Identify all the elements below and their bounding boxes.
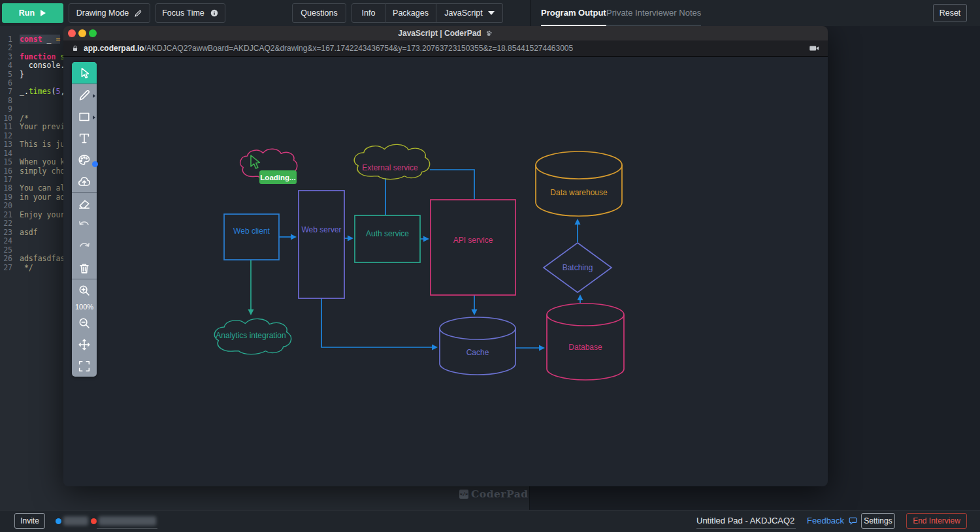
web-client-node[interactable] (224, 214, 279, 260)
language-select[interactable]: JavaScript (436, 3, 503, 23)
code-text: You can al (20, 183, 65, 193)
zoom-out-tool[interactable] (72, 312, 97, 334)
focus-time-button[interactable]: Focus Time (155, 3, 225, 23)
arrowhead-batching-to-data-warehouse (575, 219, 581, 225)
line-number: 27 (0, 263, 12, 272)
arrowhead-web-server-to-cache (432, 345, 438, 351)
select-tool[interactable] (72, 62, 97, 84)
edge-external-service-to-api-service[interactable] (430, 170, 474, 199)
focus-time-label: Focus Time (162, 8, 204, 18)
line-number: 11 (0, 122, 12, 131)
questions-label: Questions (301, 8, 337, 18)
flyout-caret-icon (93, 116, 95, 119)
window-titlebar[interactable]: JavaScript | CoderPad (63, 26, 828, 40)
cache-label: Cache (466, 348, 489, 357)
code-text: /* (20, 114, 29, 123)
presence-dot-red (91, 518, 97, 524)
url-text: app.coderpad.io/AKDJCAQ2?awwBoard=AKDJCA… (84, 44, 804, 53)
redo-tool[interactable] (72, 236, 97, 257)
pan-icon (77, 337, 91, 352)
browser-url-bar[interactable]: app.coderpad.io/AKDJCAQ2?awwBoard=AKDJCA… (63, 40, 828, 57)
pencil-icon (134, 9, 142, 18)
arrowhead-database-to-batching (578, 294, 583, 300)
eraser-tool[interactable] (72, 193, 97, 214)
color-palette-tool[interactable] (72, 149, 97, 170)
window-close-button[interactable] (68, 29, 76, 37)
line-number: 25 (0, 245, 12, 255)
menu-group: Info Packages JavaScript (351, 3, 503, 23)
api-service-label: API service (453, 236, 493, 245)
window-minimize-button[interactable] (78, 29, 86, 37)
whiteboard-browser-window: JavaScript | CoderPad app.coderpad.io/AK… (63, 26, 828, 486)
drawing-mode-button[interactable]: Drawing Mode (69, 3, 150, 23)
undo-tool[interactable] (72, 214, 97, 236)
color-badge (92, 161, 98, 167)
packages-button[interactable]: Packages (385, 3, 436, 23)
line-number: 26 (0, 254, 12, 263)
fit-icon (77, 359, 91, 373)
tab-interviewer-notes[interactable]: Private Interviewer Notes (606, 0, 701, 26)
web-client-label: Web client (233, 227, 270, 236)
info-icon (210, 8, 219, 18)
info-button[interactable]: Info (351, 3, 385, 23)
pencil-tool[interactable] (72, 84, 97, 106)
pad-title-underline (696, 528, 796, 529)
architecture-diagram[interactable]: External serviceWeb clientWeb serverAuth… (63, 57, 828, 486)
database-node[interactable] (547, 304, 624, 326)
camera-icon[interactable] (809, 44, 820, 53)
web-server-node[interactable] (299, 191, 344, 298)
palette-icon (77, 153, 91, 167)
external-service-node[interactable] (354, 144, 429, 179)
redo-icon (77, 240, 91, 254)
invite-button[interactable]: Invite (14, 513, 45, 529)
questions-button[interactable]: Questions (292, 3, 346, 23)
line-number: 14 (0, 149, 12, 158)
line-number: 8 (0, 96, 12, 105)
select-icon (77, 66, 91, 80)
cache-node[interactable] (440, 317, 515, 339)
coderpad-logo-text: CoderPad (471, 488, 529, 500)
code-text: simply cho (20, 166, 65, 176)
packages-label: Packages (393, 8, 429, 18)
zoom-in-icon (77, 283, 91, 298)
upload-tool[interactable] (72, 170, 97, 192)
edge-web-server-to-cache[interactable] (321, 298, 434, 347)
external-service-label: External service (362, 163, 418, 172)
fit-screen-tool[interactable] (72, 355, 97, 377)
run-button[interactable]: Run (2, 3, 63, 23)
settings-button[interactable]: Settings (861, 513, 895, 529)
whiteboard-canvas[interactable]: 100% External serviceWeb clientWeb serve… (63, 57, 828, 486)
url-host: app.coderpad.io (84, 44, 144, 53)
tab-program-output[interactable]: Program Output (541, 0, 606, 26)
code-text: This is ju (20, 140, 65, 149)
delete-tool[interactable] (72, 257, 97, 279)
zoom-in-tool[interactable] (72, 279, 97, 301)
line-number: 15 (0, 157, 12, 166)
url-path: /AKDJCAQ2?awwBoard=AKDJCAQ2&drawing&x=16… (144, 44, 574, 53)
line-number: 5 (0, 70, 12, 79)
auth-service-node[interactable] (355, 215, 420, 262)
arrowhead-web-client-to-web-server (291, 234, 297, 240)
info-label: Info (362, 8, 376, 18)
reset-button[interactable]: Reset (933, 4, 967, 22)
chat-bubble-icon (848, 516, 858, 525)
arrowhead-web-server-to-auth-service (348, 236, 353, 242)
pan-tool[interactable] (72, 334, 97, 355)
paw-favicon-icon (485, 29, 493, 38)
window-maximize-button[interactable] (89, 29, 97, 37)
play-icon (40, 9, 46, 17)
arrowhead-web-client-to-analytics (248, 309, 254, 315)
pad-title[interactable]: Untitled Pad - AKDJCAQ2 (696, 516, 794, 525)
end-interview-button[interactable]: End Interview (906, 513, 967, 529)
remote-cursor-icon (251, 155, 259, 168)
code-text: in your ad (20, 193, 65, 202)
line-number: 10 (0, 114, 12, 123)
text-tool[interactable] (72, 127, 97, 149)
shape-tool[interactable] (72, 106, 97, 127)
flyout-caret-icon (93, 94, 95, 98)
code-text: adsfasdfas (20, 254, 65, 263)
feedback-link[interactable]: Feedback (807, 516, 858, 525)
api-service-node[interactable] (431, 200, 515, 295)
data-warehouse-node[interactable] (536, 151, 622, 179)
top-toolbar: Run Drawing Mode Focus Time Questions In… (0, 0, 980, 26)
